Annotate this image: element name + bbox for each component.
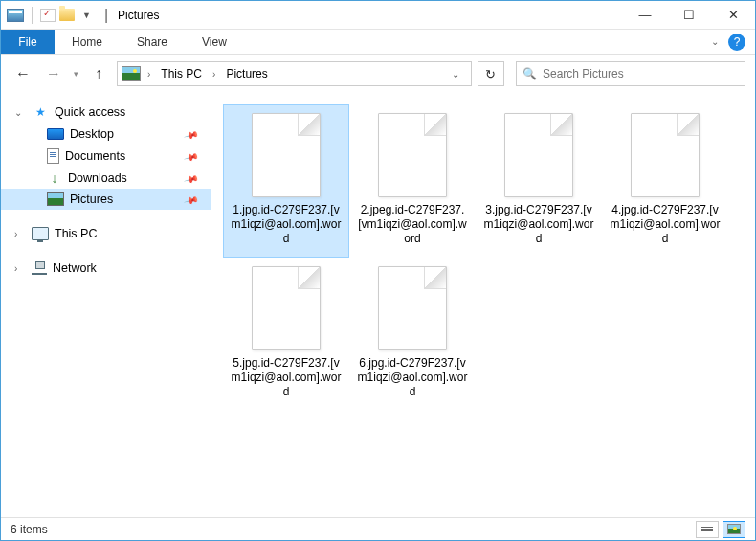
- status-right: [696, 521, 745, 538]
- file-tile[interactable]: 1.jpg.id-C279F237.[vm1iqzi@aol.com].word: [223, 104, 349, 258]
- status-bar: 6 items: [1, 517, 755, 540]
- sidebar-item-pictures[interactable]: Pictures 📌: [1, 189, 211, 210]
- up-button[interactable]: ↑: [86, 61, 111, 86]
- window-controls: — ☐ ✕: [623, 1, 755, 30]
- title-bar-left: ▼ | Pictures: [1, 7, 159, 24]
- sidebar-item-label: Desktop: [70, 127, 114, 141]
- divider: [32, 7, 33, 24]
- expand-ribbon-icon[interactable]: ⌄: [711, 36, 719, 47]
- sidebar-label: Quick access: [55, 105, 125, 119]
- file-name: 3.jpg.id-C279F237.[vm1iqzi@aol.com].word: [480, 203, 597, 246]
- pin-icon: 📌: [184, 192, 199, 207]
- properties-quick-icon[interactable]: [40, 9, 56, 22]
- caret-icon[interactable]: ›: [14, 263, 17, 274]
- blank-file-icon: [504, 113, 573, 197]
- search-input[interactable]: [543, 67, 739, 80]
- back-button[interactable]: ←: [11, 61, 35, 86]
- quick-access-dropdown-icon[interactable]: ▼: [78, 11, 95, 20]
- sidebar-item-downloads[interactable]: Downloads 📌: [1, 168, 211, 189]
- caret-icon[interactable]: ⌄: [14, 107, 22, 118]
- downloads-icon: [47, 171, 62, 185]
- new-folder-quick-icon[interactable]: [59, 9, 75, 21]
- close-button[interactable]: ✕: [711, 1, 755, 30]
- thumbnails-view-icon: [727, 524, 741, 534]
- sidebar-this-pc[interactable]: › This PC: [1, 223, 211, 244]
- sidebar-item-label: Pictures: [70, 192, 113, 206]
- tab-home[interactable]: Home: [55, 30, 120, 54]
- documents-icon: [47, 148, 59, 164]
- tree-this-pc: › This PC: [1, 223, 211, 244]
- large-icons-view-button[interactable]: [723, 521, 745, 538]
- desktop-icon: [47, 128, 64, 140]
- navigation-pane[interactable]: ⌄ Quick access Desktop 📌 Documents 📌 Dow…: [1, 93, 211, 517]
- search-box[interactable]: 🔍: [516, 61, 745, 86]
- blank-file-icon: [252, 113, 321, 197]
- address-dropdown-icon[interactable]: ⌄: [444, 69, 467, 79]
- file-tile[interactable]: 6.jpg.id-C279F237.[vm1iqzi@aol.com].word: [349, 258, 476, 411]
- file-list[interactable]: 1.jpg.id-C279F237.[vm1iqzi@aol.com].word…: [211, 93, 755, 517]
- sidebar-label: This PC: [55, 227, 97, 240]
- pin-icon: 📌: [184, 148, 199, 164]
- sidebar-item-documents[interactable]: Documents 📌: [1, 145, 211, 168]
- chevron-right-icon[interactable]: ›: [145, 69, 153, 79]
- tab-share[interactable]: Share: [120, 30, 185, 54]
- file-name: 6.jpg.id-C279F237.[vm1iqzi@aol.com].word: [354, 356, 471, 399]
- window-title: Pictures: [118, 9, 159, 22]
- breadcrumb-pictures[interactable]: Pictures: [222, 65, 271, 82]
- file-tile[interactable]: 5.jpg.id-C279F237.[vm1iqzi@aol.com].word: [223, 258, 349, 411]
- file-tile[interactable]: 3.jpg.id-C279F237.[vm1iqzi@aol.com].word: [476, 104, 602, 258]
- forward-button[interactable]: →: [41, 61, 66, 86]
- navigation-bar: ← → ▾ ↑ › This PC › Pictures ⌄ ↻ 🔍: [1, 55, 755, 93]
- tab-view[interactable]: View: [185, 30, 244, 54]
- sidebar-network[interactable]: › Network: [1, 258, 211, 279]
- sidebar-item-desktop[interactable]: Desktop 📌: [1, 124, 211, 145]
- file-name: 2.jpeg.id-C279F237.[vm1iqzi@aol.com].wor…: [354, 203, 471, 246]
- sidebar-quick-access[interactable]: ⌄ Quick access: [1, 101, 211, 124]
- minimize-button[interactable]: —: [623, 1, 667, 30]
- file-name: 5.jpg.id-C279F237.[vm1iqzi@aol.com].word: [228, 356, 345, 399]
- caret-icon[interactable]: ›: [14, 229, 17, 239]
- pictures-icon: [47, 192, 64, 206]
- pin-icon: 📌: [184, 170, 199, 186]
- file-tile[interactable]: 4.jpg.id-C279F237.[vm1iqzi@aol.com].word: [602, 104, 728, 258]
- pin-icon: 📌: [184, 126, 199, 142]
- sidebar-label: Network: [53, 261, 97, 275]
- sidebar-item-label: Documents: [65, 149, 125, 163]
- item-count: 6 items: [11, 523, 48, 536]
- breadcrumb-this-pc[interactable]: This PC: [157, 65, 206, 82]
- blank-file-icon: [378, 113, 447, 197]
- file-name: 4.jpg.id-C279F237.[vm1iqzi@aol.com].word: [607, 203, 723, 246]
- maximize-button[interactable]: ☐: [667, 1, 711, 30]
- help-icon[interactable]: ?: [728, 34, 745, 51]
- blank-file-icon: [631, 113, 700, 197]
- history-dropdown-icon[interactable]: ▾: [72, 69, 80, 79]
- window-icon[interactable]: [7, 9, 24, 22]
- tree-network: › Network: [1, 258, 211, 279]
- blank-file-icon: [378, 266, 447, 350]
- sidebar-item-label: Downloads: [68, 171, 127, 185]
- body: ⌄ Quick access Desktop 📌 Documents 📌 Dow…: [1, 93, 755, 517]
- this-pc-icon: [32, 227, 49, 240]
- title-separator: |: [104, 7, 108, 24]
- file-tile[interactable]: 2.jpeg.id-C279F237.[vm1iqzi@aol.com].wor…: [349, 104, 476, 258]
- details-view-icon: [701, 527, 713, 531]
- star-icon: [32, 104, 49, 120]
- refresh-button[interactable]: ↻: [478, 61, 504, 86]
- file-tab[interactable]: File: [1, 30, 55, 54]
- address-bar[interactable]: › This PC › Pictures ⌄: [117, 61, 472, 86]
- network-icon: [32, 261, 47, 275]
- search-icon: 🔍: [523, 67, 537, 80]
- ribbon-tabs: File Home Share View ⌄ ?: [1, 30, 755, 55]
- ribbon-right: ⌄ ?: [711, 30, 755, 54]
- title-bar: ▼ | Pictures — ☐ ✕: [1, 1, 755, 30]
- tree-quick-access: ⌄ Quick access Desktop 📌 Documents 📌 Dow…: [1, 101, 211, 210]
- file-name: 1.jpg.id-C279F237.[vm1iqzi@aol.com].word: [228, 203, 345, 246]
- location-icon: [122, 66, 141, 81]
- details-view-button[interactable]: [696, 521, 719, 538]
- blank-file-icon: [252, 266, 321, 350]
- chevron-right-icon[interactable]: ›: [210, 69, 218, 79]
